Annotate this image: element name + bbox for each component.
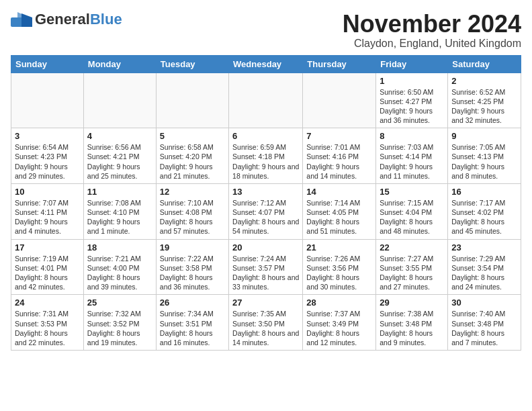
cell-info: Sunrise: 7:21 AM Sunset: 4:00 PM Dayligh… <box>87 254 152 292</box>
day-number: 15 <box>380 187 444 197</box>
day-number: 27 <box>232 298 299 308</box>
calendar-cell <box>303 73 376 128</box>
cell-info: Sunrise: 7:03 AM Sunset: 4:14 PM Dayligh… <box>380 142 444 181</box>
day-number: 9 <box>451 131 517 141</box>
calendar-cell: 30Sunrise: 7:40 AM Sunset: 3:48 PM Dayli… <box>448 295 521 351</box>
weekday-header-row: SundayMondayTuesdayWednesdayThursdayFrid… <box>11 55 521 73</box>
page-header: GeneralBlue November 2024 Claydon, Engla… <box>11 11 521 50</box>
cell-info: Sunrise: 7:26 AM Sunset: 3:56 PM Dayligh… <box>306 254 372 292</box>
title-block: November 2024 Claydon, England, United K… <box>343 11 521 50</box>
location: Claydon, England, United Kingdom <box>343 38 521 50</box>
calendar-cell: 1Sunrise: 6:50 AM Sunset: 4:27 PM Daylig… <box>376 73 448 128</box>
cell-info: Sunrise: 7:40 AM Sunset: 3:48 PM Dayligh… <box>451 309 517 347</box>
calendar-cell: 11Sunrise: 7:08 AM Sunset: 4:10 PM Dayli… <box>83 183 156 239</box>
day-number: 14 <box>306 187 372 197</box>
cell-info: Sunrise: 7:17 AM Sunset: 4:02 PM Dayligh… <box>451 198 517 236</box>
logo-text: GeneralBlue <box>35 11 122 28</box>
day-number: 3 <box>15 131 80 141</box>
calendar-cell: 24Sunrise: 7:31 AM Sunset: 3:53 PM Dayli… <box>11 295 84 351</box>
weekday-header: Friday <box>376 55 448 73</box>
cell-info: Sunrise: 6:59 AM Sunset: 4:18 PM Dayligh… <box>232 142 299 181</box>
day-number: 19 <box>160 242 225 253</box>
cell-info: Sunrise: 7:27 AM Sunset: 3:55 PM Dayligh… <box>380 254 444 292</box>
day-number: 2 <box>451 76 517 86</box>
cell-info: Sunrise: 7:24 AM Sunset: 3:57 PM Dayligh… <box>232 254 299 292</box>
day-number: 10 <box>15 187 80 197</box>
day-number: 5 <box>160 131 225 141</box>
cell-info: Sunrise: 7:12 AM Sunset: 4:07 PM Dayligh… <box>232 198 299 236</box>
calendar-cell: 27Sunrise: 7:35 AM Sunset: 3:50 PM Dayli… <box>229 295 303 351</box>
cell-info: Sunrise: 7:35 AM Sunset: 3:50 PM Dayligh… <box>232 309 299 347</box>
calendar-cell: 9Sunrise: 7:05 AM Sunset: 4:13 PM Daylig… <box>448 128 521 184</box>
calendar-cell: 6Sunrise: 6:59 AM Sunset: 4:18 PM Daylig… <box>229 128 303 184</box>
month-title: November 2024 <box>343 11 521 38</box>
calendar-cell: 15Sunrise: 7:15 AM Sunset: 4:04 PM Dayli… <box>376 183 448 239</box>
weekday-header: Wednesday <box>229 55 303 73</box>
day-number: 13 <box>232 187 299 197</box>
cell-info: Sunrise: 7:10 AM Sunset: 4:08 PM Dayligh… <box>160 198 225 236</box>
cell-info: Sunrise: 7:22 AM Sunset: 3:58 PM Dayligh… <box>160 254 225 292</box>
calendar-week-row: 3Sunrise: 6:54 AM Sunset: 4:23 PM Daylig… <box>11 128 521 184</box>
cell-info: Sunrise: 6:50 AM Sunset: 4:27 PM Dayligh… <box>380 87 444 126</box>
day-number: 26 <box>160 298 225 308</box>
day-number: 18 <box>87 242 152 253</box>
cell-info: Sunrise: 7:31 AM Sunset: 3:53 PM Dayligh… <box>15 309 80 347</box>
calendar-cell: 21Sunrise: 7:26 AM Sunset: 3:56 PM Dayli… <box>303 239 376 295</box>
weekday-header: Tuesday <box>156 55 228 73</box>
calendar-cell: 18Sunrise: 7:21 AM Sunset: 4:00 PM Dayli… <box>83 239 156 295</box>
day-number: 12 <box>160 187 225 197</box>
day-number: 6 <box>232 131 299 141</box>
day-number: 4 <box>87 131 152 141</box>
calendar-cell: 12Sunrise: 7:10 AM Sunset: 4:08 PM Dayli… <box>156 183 228 239</box>
day-number: 16 <box>451 187 517 197</box>
calendar-cell: 22Sunrise: 7:27 AM Sunset: 3:55 PM Dayli… <box>376 239 448 295</box>
calendar-week-row: 10Sunrise: 7:07 AM Sunset: 4:11 PM Dayli… <box>11 183 521 239</box>
calendar-cell <box>83 73 156 128</box>
weekday-header: Monday <box>83 55 156 73</box>
cell-info: Sunrise: 6:58 AM Sunset: 4:20 PM Dayligh… <box>160 142 225 181</box>
calendar-cell: 17Sunrise: 7:19 AM Sunset: 4:01 PM Dayli… <box>11 239 84 295</box>
calendar-cell: 4Sunrise: 6:56 AM Sunset: 4:21 PM Daylig… <box>83 128 156 184</box>
cell-info: Sunrise: 6:54 AM Sunset: 4:23 PM Dayligh… <box>15 142 80 181</box>
calendar-cell: 29Sunrise: 7:38 AM Sunset: 3:48 PM Dayli… <box>376 295 448 351</box>
calendar-cell: 8Sunrise: 7:03 AM Sunset: 4:14 PM Daylig… <box>376 128 448 184</box>
day-number: 24 <box>15 298 80 308</box>
cell-info: Sunrise: 7:01 AM Sunset: 4:16 PM Dayligh… <box>306 142 372 181</box>
calendar-cell <box>11 73 84 128</box>
calendar-cell: 26Sunrise: 7:34 AM Sunset: 3:51 PM Dayli… <box>156 295 228 351</box>
svg-marker-2 <box>21 13 32 27</box>
cell-info: Sunrise: 7:08 AM Sunset: 4:10 PM Dayligh… <box>87 198 152 236</box>
day-number: 11 <box>87 187 152 197</box>
day-number: 8 <box>380 131 444 141</box>
cell-info: Sunrise: 7:38 AM Sunset: 3:48 PM Dayligh… <box>380 309 444 347</box>
calendar-cell: 3Sunrise: 6:54 AM Sunset: 4:23 PM Daylig… <box>11 128 84 184</box>
cell-info: Sunrise: 6:56 AM Sunset: 4:21 PM Dayligh… <box>87 142 152 181</box>
cell-info: Sunrise: 7:14 AM Sunset: 4:05 PM Dayligh… <box>306 198 372 236</box>
day-number: 1 <box>380 76 444 86</box>
calendar-cell: 14Sunrise: 7:14 AM Sunset: 4:05 PM Dayli… <box>303 183 376 239</box>
cell-info: Sunrise: 7:37 AM Sunset: 3:49 PM Dayligh… <box>306 309 372 347</box>
calendar-week-row: 17Sunrise: 7:19 AM Sunset: 4:01 PM Dayli… <box>11 239 521 295</box>
calendar-cell <box>229 73 303 128</box>
cell-info: Sunrise: 7:07 AM Sunset: 4:11 PM Dayligh… <box>15 198 80 236</box>
day-number: 28 <box>306 298 372 308</box>
calendar-cell: 5Sunrise: 6:58 AM Sunset: 4:20 PM Daylig… <box>156 128 228 184</box>
weekday-header: Sunday <box>11 55 84 73</box>
day-number: 30 <box>451 298 517 308</box>
calendar-cell: 7Sunrise: 7:01 AM Sunset: 4:16 PM Daylig… <box>303 128 376 184</box>
calendar-table: SundayMondayTuesdayWednesdayThursdayFrid… <box>11 55 521 351</box>
calendar-cell <box>156 73 228 128</box>
calendar-cell: 28Sunrise: 7:37 AM Sunset: 3:49 PM Dayli… <box>303 295 376 351</box>
calendar-week-row: 24Sunrise: 7:31 AM Sunset: 3:53 PM Dayli… <box>11 295 521 351</box>
day-number: 17 <box>15 242 80 253</box>
day-number: 23 <box>451 242 517 253</box>
calendar-cell: 13Sunrise: 7:12 AM Sunset: 4:07 PM Dayli… <box>229 183 303 239</box>
day-number: 21 <box>306 242 372 253</box>
cell-info: Sunrise: 7:05 AM Sunset: 4:13 PM Dayligh… <box>451 142 517 181</box>
day-number: 20 <box>232 242 299 253</box>
weekday-header: Saturday <box>448 55 521 73</box>
calendar-cell: 20Sunrise: 7:24 AM Sunset: 3:57 PM Dayli… <box>229 239 303 295</box>
weekday-header: Thursday <box>303 55 376 73</box>
logo: GeneralBlue <box>11 11 122 28</box>
calendar-cell: 19Sunrise: 7:22 AM Sunset: 3:58 PM Dayli… <box>156 239 228 295</box>
